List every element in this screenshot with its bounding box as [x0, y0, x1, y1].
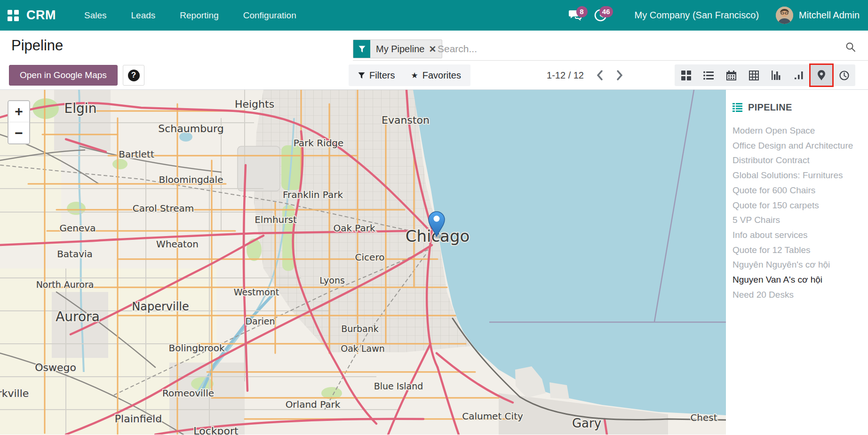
view-switcher-graph[interactable] [765, 64, 788, 86]
messages-badge: 8 [576, 6, 588, 17]
clock-view-icon [839, 71, 849, 80]
sidebar-record-item[interactable]: 5 VP Chairs [733, 213, 861, 228]
apps-menu-button[interactable] [0, 0, 26, 31]
map-view[interactable]: HeightsElginSchaumburgEvanstonPark Ridge… [0, 90, 726, 435]
map-city-label: Burbank [341, 324, 379, 334]
map-city-label: Oak Lawn [341, 343, 384, 354]
map-city-label: Wheaton [156, 238, 199, 250]
map-city-label: Calumet City [462, 411, 523, 422]
map-city-label: Plainfield [115, 413, 162, 425]
view-switcher-activity[interactable] [788, 64, 810, 86]
sidebar-title: PIPELINE [748, 102, 792, 113]
view-switcher-list[interactable] [697, 64, 720, 86]
list-view-icon [703, 71, 714, 80]
apps-grid-icon [7, 9, 19, 22]
pager-next-icon[interactable] [616, 70, 623, 81]
map-canvas[interactable]: HeightsElginSchaumburgEvanstonPark Ridge… [0, 90, 726, 435]
sidebar-record-item[interactable]: Distributor Contract [733, 153, 861, 168]
map-city-label: Bartlett [119, 149, 154, 160]
filters-favorites-group: Filters ★ Favorites [349, 64, 470, 86]
view-switcher [675, 64, 855, 86]
sidebar-record-item[interactable]: Global Solutions: Furnitures [733, 168, 861, 183]
pivot-view-icon [749, 71, 759, 80]
map-city-label: Oswego [35, 362, 76, 373]
view-switcher-pivot[interactable] [742, 64, 765, 86]
open-google-maps-button[interactable]: Open in Google Maps [9, 65, 118, 86]
view-switcher-map[interactable] [810, 64, 833, 86]
activities-button[interactable]: 46 [590, 5, 611, 26]
filters-button[interactable]: Filters [358, 70, 395, 81]
map-city-label: Heights [235, 98, 274, 110]
map-city-label: Lyons [319, 275, 345, 285]
sidebar-record-item[interactable]: Nguyên Nguyên's cơ hội [733, 257, 861, 272]
zoom-out-button[interactable]: − [8, 122, 29, 143]
messages-button[interactable]: 8 [565, 5, 586, 26]
sidebar-record-item[interactable]: Quote for 12 Tables [733, 243, 861, 258]
view-switcher-clock[interactable] [833, 64, 855, 86]
content: HeightsElginSchaumburgEvanstonPark Ridge… [0, 90, 868, 435]
map-city-label: Westmont [234, 287, 279, 297]
search-input[interactable] [438, 40, 861, 58]
pager-previous-icon[interactable] [596, 70, 604, 81]
user-menu[interactable]: Mitchell Admin [776, 7, 860, 24]
sidebar-record-item[interactable]: Need 20 Desks [733, 287, 861, 302]
pager: 1-12 / 12 [547, 61, 623, 90]
view-switcher-kanban[interactable] [675, 64, 697, 86]
search-bar[interactable]: My Pipeline ✕ [353, 31, 868, 61]
sidebar-record-item[interactable]: Office Design and Architecture [733, 138, 861, 153]
kanban-view-icon [681, 71, 691, 80]
favorites-button[interactable]: ★ Favorites [411, 70, 461, 81]
breadcrumb-row: Pipeline My Pipeline ✕ [0, 31, 868, 61]
map-city-label: Darien [245, 316, 275, 326]
star-icon: ★ [411, 71, 418, 80]
map-city-label: Naperville [132, 300, 189, 313]
menu-item-sales[interactable]: Sales [74, 6, 117, 25]
search-facet-my-pipeline[interactable]: My Pipeline ✕ [353, 40, 442, 58]
facet-remove-icon[interactable]: ✕ [429, 44, 436, 55]
user-name: Mitchell Admin [799, 10, 860, 21]
search-icon[interactable] [845, 42, 856, 54]
map-city-label: Park Ridge [294, 137, 344, 149]
map-view-icon [818, 70, 825, 80]
sidebar-header: PIPELINE [733, 102, 861, 113]
map-zoom-control: + − [8, 100, 30, 144]
app-menu: SalesLeadsReportingConfiguration [74, 6, 307, 25]
map-city-label: Bolingbrook [169, 342, 225, 354]
sidebar-record-list: Modern Open SpaceOffice Design and Archi… [733, 123, 861, 302]
funnel-icon [358, 72, 365, 79]
map-city-label: Bloomingdale [159, 174, 223, 185]
map-city-label: rkville [0, 388, 29, 399]
map-city-label: Elmhurst [255, 214, 297, 225]
map-city-label: Carol Stream [133, 203, 194, 214]
top-navbar: CRM SalesLeadsReportingConfiguration 8 4… [0, 0, 868, 31]
sidebar-record-item[interactable]: Quote for 150 carpets [733, 198, 861, 213]
help-button[interactable]: ? [123, 65, 144, 86]
graph-view-icon [772, 71, 781, 80]
map-city-label: Aurora [56, 309, 100, 324]
control-panel: Open in Google Maps ? Filters ★ Favorite… [0, 61, 868, 90]
map-city-label: Schaumburg [158, 123, 223, 134]
records-sidebar: PIPELINE Modern Open SpaceOffice Design … [726, 90, 868, 435]
sidebar-record-item[interactable]: Quote for 600 Chairs [733, 183, 861, 198]
map-city-label: Geneva [60, 222, 96, 234]
sidebar-record-item[interactable]: Nguyen Van A's cơ hội [733, 272, 861, 287]
topbar-right: 8 46 My Company (San Francisco) [565, 0, 868, 31]
menu-item-configuration[interactable]: Configuration [233, 6, 307, 25]
zoom-in-button[interactable]: + [8, 101, 29, 122]
funnel-icon [358, 46, 366, 53]
activity-view-icon [794, 71, 804, 79]
view-switcher-calendar[interactable] [720, 64, 742, 86]
map-city-label: Oak Park [333, 222, 375, 234]
pager-counter: 1-12 / 12 [547, 70, 584, 81]
app-brand[interactable]: CRM [26, 8, 56, 23]
activities-badge: 46 [599, 6, 613, 17]
sidebar-record-item[interactable]: Info about services [733, 228, 861, 243]
menu-item-reporting[interactable]: Reporting [169, 6, 229, 25]
map-city-label: Orland Park [286, 399, 341, 410]
map-city-label: Lockport [193, 425, 239, 435]
company-switcher[interactable]: My Company (San Francisco) [635, 10, 759, 21]
sidebar-record-item[interactable]: Modern Open Space [733, 123, 861, 138]
map-city-label: Cicero [355, 252, 385, 263]
menu-item-leads[interactable]: Leads [121, 6, 166, 25]
page-title: Pipeline [11, 37, 63, 54]
